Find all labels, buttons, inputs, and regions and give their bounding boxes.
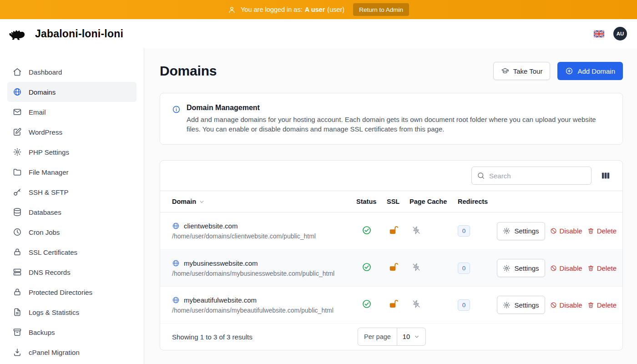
ban-icon	[550, 265, 557, 272]
redirects-count-badge[interactable]: 0	[458, 225, 470, 237]
impersonation-banner: You are logged in as: A user (user) Retu…	[0, 0, 637, 19]
redirects-count-badge[interactable]: 0	[458, 299, 470, 311]
table-toolbar	[160, 161, 622, 191]
chevron-down-icon	[414, 334, 420, 340]
trash-icon	[587, 302, 594, 308]
brand[interactable]: Jabaloni-loni-loni	[7, 26, 123, 42]
ssl-unlocked-icon[interactable]	[389, 262, 399, 272]
domain-row: clientwebsite.com /home/user/domains/cli…	[160, 212, 622, 249]
sidebar-item-cpanel-migration[interactable]: cPanel Migration	[7, 342, 136, 362]
settings-button[interactable]: Settings	[497, 296, 545, 314]
sidebar-item-logs-statistics[interactable]: Logs & Statistics	[7, 302, 136, 322]
domain-row: mybeautifulwebsite.com /home/user/domain…	[160, 286, 622, 323]
sidebar: Dashboard Domains Email WordPress PHP Se…	[0, 48, 144, 364]
server-icon	[13, 268, 22, 277]
user-avatar[interactable]: AU	[613, 27, 627, 40]
sidebar-item-wordpress[interactable]: WordPress	[7, 122, 136, 142]
domain-path: /home/user/domains/clientwebsite.com/pub…	[172, 233, 356, 240]
status-active-icon	[362, 225, 372, 235]
boar-logo-icon	[7, 26, 29, 42]
page-cache-off-icon[interactable]	[411, 225, 421, 235]
table-footer: Showing 1 to 3 of 3 results Per page 10	[160, 323, 622, 350]
sidebar-item-file-manager[interactable]: File Manager	[7, 162, 136, 182]
disable-button[interactable]: Disable	[550, 227, 582, 235]
download-icon	[13, 348, 22, 357]
settings-label: Settings	[514, 301, 539, 309]
gear-icon	[503, 227, 511, 235]
disable-label: Disable	[560, 301, 582, 309]
sidebar-item-ssl-certificates[interactable]: SSL Certificates	[7, 242, 136, 262]
take-tour-button[interactable]: Take Tour	[493, 62, 551, 80]
per-page-label: Per page	[358, 328, 397, 345]
disable-button[interactable]: Disable	[550, 264, 582, 272]
sidebar-item-dns-records[interactable]: DNS Records	[7, 262, 136, 282]
sidebar-item-label: Backups	[29, 329, 55, 336]
sidebar-item-label: Cron Jobs	[29, 228, 60, 236]
add-domain-label: Add Domain	[577, 67, 615, 75]
sidebar-item-label: SSL Certificates	[29, 248, 77, 256]
take-tour-label: Take Tour	[513, 67, 543, 75]
add-domain-button[interactable]: Add Domain	[557, 62, 623, 80]
plus-circle-icon	[565, 67, 573, 75]
columns-icon	[601, 171, 611, 181]
sidebar-item-databases[interactable]: Databases	[7, 202, 136, 222]
search-box	[471, 167, 592, 185]
domain-name[interactable]: mybusinesswebsite.com	[184, 259, 258, 267]
column-settings-button[interactable]	[599, 169, 612, 182]
sidebar-item-domains[interactable]: Domains	[7, 82, 136, 102]
sidebar-item-email[interactable]: Email	[7, 102, 136, 122]
delete-label: Delete	[597, 301, 617, 309]
ban-icon	[550, 302, 557, 308]
sidebar-item-label: WordPress	[29, 128, 62, 136]
ban-icon	[550, 228, 557, 234]
sidebar-item-dashboard[interactable]: Dashboard	[7, 62, 136, 82]
sidebar-item-php-settings[interactable]: PHP Settings	[7, 142, 136, 162]
delete-button[interactable]: Delete	[587, 301, 617, 309]
settings-button[interactable]: Settings	[497, 259, 545, 277]
folder-icon	[13, 167, 22, 177]
disable-button[interactable]: Disable	[550, 301, 582, 309]
trash-icon	[587, 265, 594, 272]
ssl-unlocked-icon[interactable]	[389, 299, 399, 309]
sort-chevron-icon[interactable]	[198, 198, 205, 205]
lock-icon	[13, 288, 22, 297]
page-cache-off-icon[interactable]	[411, 299, 421, 309]
sidebar-item-cron-jobs[interactable]: Cron Jobs	[7, 222, 136, 242]
sidebar-item-backups[interactable]: Backups	[7, 322, 136, 342]
disable-label: Disable	[560, 264, 582, 272]
search-input[interactable]	[471, 167, 592, 185]
results-summary: Showing 1 to 3 of 3 results	[172, 333, 358, 341]
domain-name[interactable]: mybeautifulwebsite.com	[184, 296, 257, 304]
sidebar-item-label: Dashboard	[29, 68, 62, 76]
delete-button[interactable]: Delete	[587, 227, 617, 235]
info-card-title: Domain Management	[187, 104, 610, 112]
settings-label: Settings	[514, 227, 539, 235]
ssl-unlocked-icon[interactable]	[389, 225, 399, 235]
sidebar-item-label: DNS Records	[29, 268, 71, 276]
sidebar-item-ssh-sftp[interactable]: SSH & SFTP	[7, 182, 136, 202]
column-header-redirects: Redirects	[458, 198, 488, 205]
sidebar-item-protected-directories[interactable]: Protected Directories	[7, 282, 136, 302]
settings-label: Settings	[514, 264, 539, 272]
sidebar-item-label: PHP Settings	[29, 148, 69, 156]
return-to-admin-button[interactable]: Return to Admin	[353, 3, 409, 16]
settings-button[interactable]: Settings	[497, 222, 545, 240]
delete-label: Delete	[597, 227, 617, 235]
app-header: Jabaloni-loni-loni AU	[0, 19, 637, 48]
globe-icon	[172, 259, 180, 267]
sidebar-item-label: Email	[29, 108, 46, 116]
redirects-count-badge[interactable]: 0	[458, 263, 470, 274]
page-cache-off-icon[interactable]	[411, 262, 421, 272]
info-card: Domain Management Add and manage domains…	[160, 93, 623, 145]
mail-icon	[13, 107, 22, 116]
brand-name: Jabaloni-loni-loni	[35, 28, 123, 40]
trash-icon	[587, 228, 594, 234]
uk-flag-icon[interactable]	[594, 30, 604, 37]
tour-cap-icon	[501, 67, 509, 75]
domain-path: /home/user/domains/mybeautifulwebsite.co…	[172, 307, 356, 314]
page-title: Domains	[160, 63, 217, 79]
domain-name[interactable]: clientwebsite.com	[184, 222, 238, 230]
delete-button[interactable]: Delete	[587, 264, 617, 272]
per-page-select[interactable]: 10	[397, 328, 425, 345]
clock-icon	[13, 228, 22, 237]
